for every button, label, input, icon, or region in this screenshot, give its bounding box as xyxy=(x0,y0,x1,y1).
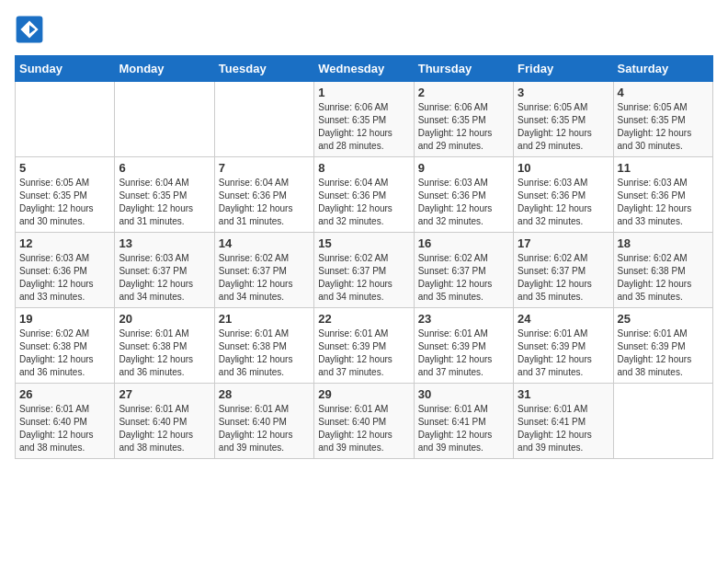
day-info: Sunrise: 6:01 AM Sunset: 6:39 PM Dayligh… xyxy=(518,327,609,379)
page-header xyxy=(15,15,713,44)
calendar-cell: 1Sunrise: 6:06 AM Sunset: 6:35 PM Daylig… xyxy=(314,82,414,157)
header-saturday: Saturday xyxy=(613,56,712,82)
day-info: Sunrise: 6:02 AM Sunset: 6:38 PM Dayligh… xyxy=(19,327,110,379)
day-info: Sunrise: 6:03 AM Sunset: 6:36 PM Dayligh… xyxy=(618,177,709,228)
header-monday: Monday xyxy=(115,56,214,82)
day-info: Sunrise: 6:05 AM Sunset: 6:35 PM Dayligh… xyxy=(518,101,609,153)
day-info: Sunrise: 6:04 AM Sunset: 6:36 PM Dayligh… xyxy=(318,177,409,228)
calendar-cell: 10Sunrise: 6:03 AM Sunset: 6:36 PM Dayli… xyxy=(514,157,613,233)
day-info: Sunrise: 6:01 AM Sunset: 6:41 PM Dayligh… xyxy=(518,403,609,454)
day-info: Sunrise: 6:03 AM Sunset: 6:37 PM Dayligh… xyxy=(119,252,210,304)
day-number: 25 xyxy=(618,312,709,326)
day-number: 31 xyxy=(518,387,609,401)
day-info: Sunrise: 6:02 AM Sunset: 6:38 PM Dayligh… xyxy=(618,252,709,304)
header-tuesday: Tuesday xyxy=(214,56,313,82)
day-number: 23 xyxy=(418,312,509,326)
calendar-cell: 31Sunrise: 6:01 AM Sunset: 6:41 PM Dayli… xyxy=(514,384,613,459)
day-number: 22 xyxy=(318,312,409,326)
calendar-cell: 9Sunrise: 6:03 AM Sunset: 6:36 PM Daylig… xyxy=(414,157,513,233)
calendar-cell: 2Sunrise: 6:06 AM Sunset: 6:35 PM Daylig… xyxy=(414,82,513,157)
day-number: 26 xyxy=(19,387,110,401)
day-number: 5 xyxy=(19,161,110,175)
day-number: 14 xyxy=(219,236,310,250)
day-number: 17 xyxy=(518,236,609,250)
calendar-week-2: 5Sunrise: 6:05 AM Sunset: 6:35 PM Daylig… xyxy=(16,157,713,233)
calendar-cell: 20Sunrise: 6:01 AM Sunset: 6:38 PM Dayli… xyxy=(115,308,214,384)
calendar-cell: 18Sunrise: 6:02 AM Sunset: 6:38 PM Dayli… xyxy=(613,233,712,308)
day-info: Sunrise: 6:01 AM Sunset: 6:38 PM Dayligh… xyxy=(119,327,210,379)
calendar-cell: 4Sunrise: 6:05 AM Sunset: 6:35 PM Daylig… xyxy=(613,82,712,157)
day-info: Sunrise: 6:01 AM Sunset: 6:41 PM Dayligh… xyxy=(418,403,509,454)
header-sunday: Sunday xyxy=(16,56,115,82)
calendar-cell: 12Sunrise: 6:03 AM Sunset: 6:36 PM Dayli… xyxy=(16,233,115,308)
day-number: 9 xyxy=(418,161,509,175)
day-number: 1 xyxy=(318,86,409,99)
calendar-cell: 26Sunrise: 6:01 AM Sunset: 6:40 PM Dayli… xyxy=(16,384,115,459)
day-number: 19 xyxy=(19,312,110,326)
calendar-cell: 27Sunrise: 6:01 AM Sunset: 6:40 PM Dayli… xyxy=(115,384,214,459)
day-info: Sunrise: 6:03 AM Sunset: 6:36 PM Dayligh… xyxy=(518,177,609,228)
calendar-week-5: 26Sunrise: 6:01 AM Sunset: 6:40 PM Dayli… xyxy=(16,384,713,459)
calendar-cell xyxy=(16,82,115,157)
day-number: 13 xyxy=(119,236,210,250)
day-info: Sunrise: 6:04 AM Sunset: 6:35 PM Dayligh… xyxy=(119,177,210,228)
day-number: 21 xyxy=(219,312,310,326)
calendar-cell: 14Sunrise: 6:02 AM Sunset: 6:37 PM Dayli… xyxy=(214,233,313,308)
day-number: 30 xyxy=(418,387,509,401)
calendar-cell: 6Sunrise: 6:04 AM Sunset: 6:35 PM Daylig… xyxy=(115,157,214,233)
day-number: 10 xyxy=(518,161,609,175)
calendar-cell: 28Sunrise: 6:01 AM Sunset: 6:40 PM Dayli… xyxy=(214,384,313,459)
calendar-cell xyxy=(613,384,712,459)
day-number: 7 xyxy=(219,161,310,175)
day-number: 16 xyxy=(418,236,509,250)
day-info: Sunrise: 6:01 AM Sunset: 6:38 PM Dayligh… xyxy=(219,327,310,379)
calendar-cell xyxy=(115,82,214,157)
day-number: 29 xyxy=(318,387,409,401)
header-friday: Friday xyxy=(514,56,613,82)
day-info: Sunrise: 6:02 AM Sunset: 6:37 PM Dayligh… xyxy=(219,252,310,304)
calendar-cell: 17Sunrise: 6:02 AM Sunset: 6:37 PM Dayli… xyxy=(514,233,613,308)
day-info: Sunrise: 6:01 AM Sunset: 6:40 PM Dayligh… xyxy=(119,403,210,454)
header-wednesday: Wednesday xyxy=(314,56,414,82)
calendar-cell: 22Sunrise: 6:01 AM Sunset: 6:39 PM Dayli… xyxy=(314,308,414,384)
day-number: 11 xyxy=(618,161,709,175)
day-number: 8 xyxy=(318,161,409,175)
day-info: Sunrise: 6:01 AM Sunset: 6:40 PM Dayligh… xyxy=(318,403,409,454)
day-info: Sunrise: 6:02 AM Sunset: 6:37 PM Dayligh… xyxy=(418,252,509,304)
header-thursday: Thursday xyxy=(414,56,513,82)
calendar-table: SundayMondayTuesdayWednesdayThursdayFrid… xyxy=(15,55,713,459)
calendar-cell: 30Sunrise: 6:01 AM Sunset: 6:41 PM Dayli… xyxy=(414,384,513,459)
day-number: 4 xyxy=(618,86,709,99)
day-number: 2 xyxy=(418,86,509,99)
calendar-cell: 23Sunrise: 6:01 AM Sunset: 6:39 PM Dayli… xyxy=(414,308,513,384)
day-info: Sunrise: 6:03 AM Sunset: 6:36 PM Dayligh… xyxy=(19,252,110,304)
calendar-cell: 25Sunrise: 6:01 AM Sunset: 6:39 PM Dayli… xyxy=(613,308,712,384)
calendar-cell: 29Sunrise: 6:01 AM Sunset: 6:40 PM Dayli… xyxy=(314,384,414,459)
day-info: Sunrise: 6:05 AM Sunset: 6:35 PM Dayligh… xyxy=(618,101,709,153)
day-number: 12 xyxy=(19,236,110,250)
calendar-cell: 21Sunrise: 6:01 AM Sunset: 6:38 PM Dayli… xyxy=(214,308,313,384)
logo xyxy=(15,15,48,44)
day-number: 15 xyxy=(318,236,409,250)
logo-icon xyxy=(15,15,44,44)
day-number: 28 xyxy=(219,387,310,401)
day-number: 18 xyxy=(618,236,709,250)
calendar-cell: 24Sunrise: 6:01 AM Sunset: 6:39 PM Dayli… xyxy=(514,308,613,384)
day-info: Sunrise: 6:06 AM Sunset: 6:35 PM Dayligh… xyxy=(318,101,409,153)
day-number: 6 xyxy=(119,161,210,175)
calendar-cell: 11Sunrise: 6:03 AM Sunset: 6:36 PM Dayli… xyxy=(613,157,712,233)
day-info: Sunrise: 6:01 AM Sunset: 6:40 PM Dayligh… xyxy=(219,403,310,454)
day-number: 24 xyxy=(518,312,609,326)
day-info: Sunrise: 6:01 AM Sunset: 6:39 PM Dayligh… xyxy=(318,327,409,379)
calendar-week-3: 12Sunrise: 6:03 AM Sunset: 6:36 PM Dayli… xyxy=(16,233,713,308)
calendar-header-row: SundayMondayTuesdayWednesdayThursdayFrid… xyxy=(16,56,713,82)
day-number: 27 xyxy=(119,387,210,401)
day-info: Sunrise: 6:05 AM Sunset: 6:35 PM Dayligh… xyxy=(19,177,110,228)
day-number: 3 xyxy=(518,86,609,99)
calendar-cell: 13Sunrise: 6:03 AM Sunset: 6:37 PM Dayli… xyxy=(115,233,214,308)
calendar-cell: 16Sunrise: 6:02 AM Sunset: 6:37 PM Dayli… xyxy=(414,233,513,308)
day-number: 20 xyxy=(119,312,210,326)
day-info: Sunrise: 6:01 AM Sunset: 6:39 PM Dayligh… xyxy=(618,327,709,379)
day-info: Sunrise: 6:02 AM Sunset: 6:37 PM Dayligh… xyxy=(318,252,409,304)
calendar-cell: 5Sunrise: 6:05 AM Sunset: 6:35 PM Daylig… xyxy=(16,157,115,233)
